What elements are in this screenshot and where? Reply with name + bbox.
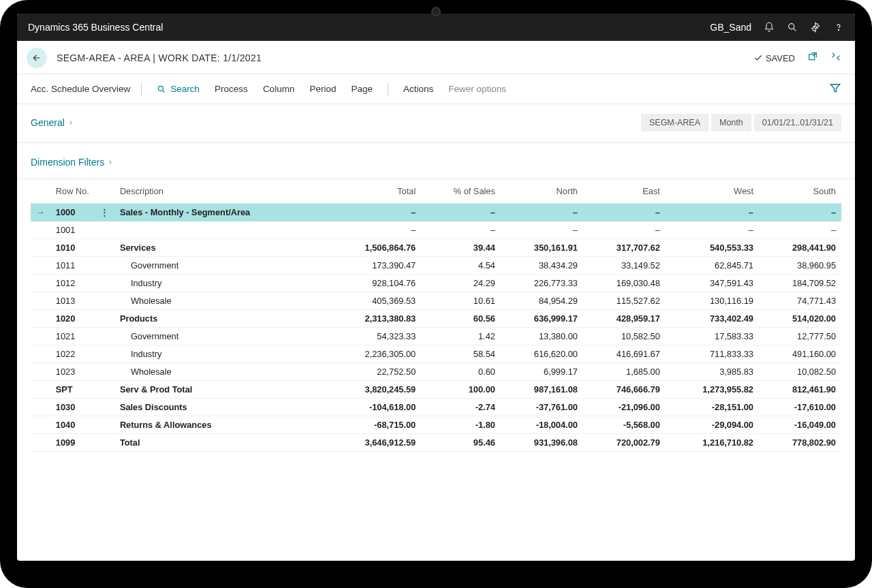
cell-value: – (759, 221, 841, 239)
row-menu[interactable] (95, 257, 114, 275)
search-action[interactable]: Search (153, 81, 204, 97)
cell-value: -1.80 (421, 416, 501, 434)
row-selector[interactable] (31, 416, 50, 434)
col-east[interactable]: East (583, 179, 666, 204)
cell-rowno: 1012 (50, 275, 95, 292)
row-menu[interactable] (95, 275, 114, 292)
settings-icon[interactable] (810, 22, 821, 33)
page-title: SEGM-AREA - AREA | WORK DATE: 1/1/2021 (57, 52, 262, 63)
col-total[interactable]: Total (328, 179, 421, 204)
action-process[interactable]: Process (211, 81, 252, 97)
action-fewer-options[interactable]: Fewer options (444, 81, 510, 97)
table-row[interactable]: SPTServ & Prod Total3,820,245.59100.0098… (31, 381, 841, 399)
table-row[interactable]: 1023Wholesale22,752.500.606,999.171,685.… (31, 363, 841, 381)
table-row[interactable]: 1012Industry928,104.7624.29226,773.33169… (31, 275, 841, 292)
col-menu (95, 179, 114, 204)
col-description[interactable]: Description (114, 179, 328, 204)
action-period[interactable]: Period (305, 81, 340, 97)
table-row[interactable]: 1022Industry2,236,305.0058.54616,620.004… (31, 345, 841, 363)
row-menu[interactable] (95, 239, 114, 257)
row-selector[interactable]: → (31, 204, 50, 221)
cell-value: 778,802.90 (759, 434, 841, 452)
pill-daterange[interactable]: 01/01/21..01/31/21 (754, 114, 841, 131)
table-row[interactable]: 1099Total3,646,912.5995.46931,396.08720,… (31, 434, 841, 452)
collapse-icon[interactable] (830, 51, 841, 65)
row-selector[interactable] (31, 345, 50, 363)
col-pct-sales[interactable]: % of Sales (421, 179, 501, 204)
help-icon[interactable] (833, 22, 844, 33)
svg-line-8 (163, 90, 165, 92)
back-button[interactable] (27, 48, 47, 68)
table-row[interactable]: 1040Returns & Allowances-68,715.00-1.80-… (31, 416, 841, 434)
cell-value: – (328, 204, 421, 221)
row-selector[interactable] (31, 399, 50, 416)
row-selector[interactable] (31, 381, 50, 399)
table-row[interactable]: →1000⋮Sales - Monthly - Segment/Area––––… (31, 204, 841, 221)
row-selector[interactable] (31, 275, 50, 292)
cell-rowno: 1030 (50, 399, 95, 416)
action-column[interactable]: Column (259, 81, 299, 97)
table-row[interactable]: 1020Products2,313,380.8360.56636,999.174… (31, 310, 841, 328)
row-selector[interactable] (31, 221, 50, 239)
row-selector[interactable] (31, 310, 50, 328)
table-row[interactable]: 1013Wholesale405,369.5310.6184,954.29115… (31, 292, 841, 310)
table-header-row: Row No. Description Total % of Sales Nor… (31, 179, 841, 204)
table-row[interactable]: 1011Government173,390.474.5438,434.2933,… (31, 257, 841, 275)
col-north[interactable]: North (501, 179, 583, 204)
action-actions[interactable]: Actions (399, 81, 437, 97)
row-menu[interactable] (95, 345, 114, 363)
table-row[interactable]: 1010Services1,506,864.7639.44350,161.913… (31, 239, 841, 257)
table-row[interactable]: 1001–––––– (31, 221, 841, 239)
row-selector[interactable] (31, 292, 50, 310)
row-menu[interactable] (95, 328, 114, 345)
row-menu[interactable] (95, 434, 114, 452)
notifications-icon[interactable] (764, 22, 775, 33)
pill-schedule[interactable]: SEGM-AREA (641, 114, 708, 131)
table-row[interactable]: 1030Sales Discounts-104,618.00-2.74-37,7… (31, 399, 841, 416)
row-menu[interactable] (95, 363, 114, 381)
row-menu[interactable] (95, 381, 114, 399)
row-menu[interactable] (95, 310, 114, 328)
row-selector[interactable] (31, 257, 50, 275)
col-rowno[interactable]: Row No. (50, 179, 95, 204)
cell-value: -104,618.00 (328, 399, 421, 416)
cell-value: 38,434.29 (501, 257, 583, 275)
col-south[interactable]: South (759, 179, 841, 204)
cell-rowno: 1099 (50, 434, 95, 452)
row-selector[interactable] (31, 434, 50, 452)
row-selector[interactable] (31, 363, 50, 381)
dimension-filters-label: Dimension Filters (31, 157, 104, 168)
cell-value: 38,960.95 (759, 257, 841, 275)
cell-value: – (328, 221, 421, 239)
cell-value: 928,104.76 (328, 275, 421, 292)
row-menu[interactable]: ⋮ (95, 204, 114, 221)
cell-value: -18,004.00 (501, 416, 583, 434)
row-menu[interactable] (95, 399, 114, 416)
topbar-right: GB_Sand (710, 22, 844, 33)
more-vertical-icon[interactable]: ⋮ (100, 207, 109, 217)
cell-value: – (421, 221, 501, 239)
cell-value: 62,845.71 (666, 257, 759, 275)
table-row[interactable]: 1021Government54,323.331.4213,380.0010,5… (31, 328, 841, 345)
saved-indicator: SAVED (753, 53, 795, 63)
cell-value: 24.29 (421, 275, 501, 292)
row-menu[interactable] (95, 292, 114, 310)
dimension-filters-toggle[interactable]: Dimension Filters (31, 157, 841, 168)
pop-out-icon[interactable] (807, 51, 818, 65)
row-selector[interactable] (31, 328, 50, 345)
cell-description: Government (114, 328, 328, 345)
saved-label: SAVED (766, 53, 795, 63)
col-west[interactable]: West (666, 179, 759, 204)
row-menu[interactable] (95, 416, 114, 434)
row-menu[interactable] (95, 221, 114, 239)
row-selector[interactable] (31, 239, 50, 257)
cell-value: 428,959.17 (583, 310, 666, 328)
divider (141, 83, 142, 95)
action-page[interactable]: Page (347, 81, 377, 97)
pill-period[interactable]: Month (711, 114, 751, 131)
filter-icon[interactable] (829, 82, 841, 96)
dimension-filters-section: Dimension Filters (17, 143, 855, 179)
data-table-wrap: Row No. Description Total % of Sales Nor… (17, 179, 855, 452)
search-icon[interactable] (787, 22, 798, 33)
general-toggle[interactable]: General (31, 117, 74, 128)
